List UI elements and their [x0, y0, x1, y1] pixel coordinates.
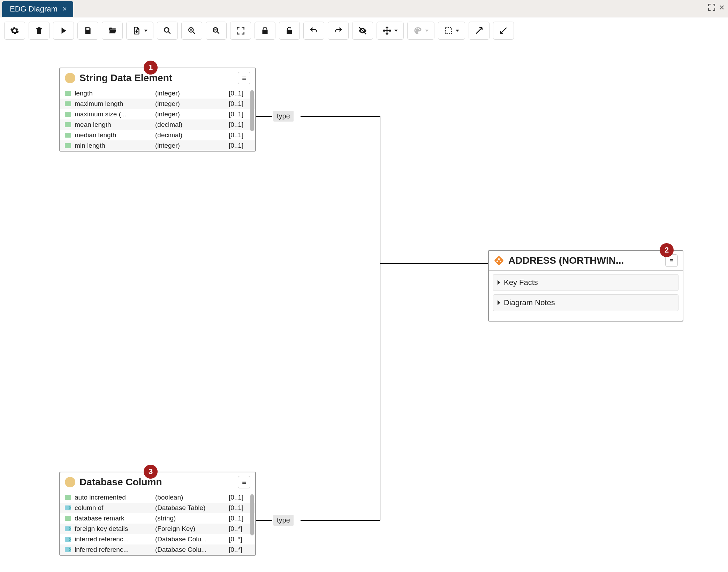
collapsible-section[interactable]: Key Facts [493, 274, 678, 291]
property-type: (integer) [155, 90, 225, 97]
property-cardinality: [0..*] [229, 525, 250, 533]
settings-button[interactable] [4, 22, 25, 40]
tab-title: EDG Diagram [10, 5, 58, 14]
tab-edg-diagram[interactable]: EDG Diagram × [2, 1, 73, 17]
property-type: (string) [155, 515, 225, 522]
property-row[interactable]: length(integer)[0..1] [60, 88, 255, 99]
property-name: database remark [75, 515, 152, 522]
property-type: (integer) [155, 142, 225, 149]
callout-3: 3 [144, 465, 158, 479]
property-row[interactable]: foreign key details(Foreign Key)[0..*] [60, 524, 255, 534]
caret-right-icon [498, 300, 500, 305]
svg-point-0 [164, 28, 169, 32]
property-cardinality: [0..1] [229, 90, 250, 97]
property-name: median length [75, 131, 152, 139]
fit-button[interactable] [230, 22, 251, 40]
property-cardinality: [0..1] [229, 110, 250, 118]
edge-label-type-2: type [273, 515, 294, 526]
node-title: String Data Element [79, 72, 234, 84]
property-name: length [75, 90, 152, 97]
node-address[interactable]: 2 ADDRESS (NORTHWIN... ≡ Key FactsDiagra… [488, 250, 683, 322]
import-button[interactable] [126, 22, 153, 40]
property-icon [65, 133, 71, 138]
caret-right-icon [498, 280, 500, 285]
zoom-in-button[interactable] [181, 22, 202, 40]
close-panel-icon[interactable]: × [719, 3, 725, 12]
node-database-column[interactable]: 3 Database Column ≡ auto incremented(boo… [59, 472, 256, 556]
node-menu-button[interactable]: ≡ [238, 476, 250, 488]
play-button[interactable] [53, 22, 74, 40]
save-button[interactable] [77, 22, 98, 40]
scrollbar[interactable] [250, 494, 254, 553]
fullscreen-icon[interactable] [707, 3, 716, 11]
node-string-data-element[interactable]: 1 String Data Element ≡ length(integer)[… [59, 68, 256, 152]
search-button[interactable] [157, 22, 178, 40]
node-menu-button[interactable]: ≡ [238, 72, 250, 84]
property-row[interactable]: inferred referenc...(Database Colu...[0.… [60, 544, 255, 555]
property-cardinality: [0..*] [229, 546, 250, 554]
property-type: (Database Table) [155, 504, 225, 512]
collapse-button[interactable] [493, 22, 514, 40]
class-icon [65, 73, 75, 83]
property-type: (decimal) [155, 131, 225, 139]
visibility-off-button[interactable] [352, 22, 373, 40]
lock-button[interactable] [255, 22, 275, 40]
property-cardinality: [0..1] [229, 494, 250, 501]
section-label: Diagram Notes [504, 298, 555, 307]
property-row[interactable]: maximum size (...(integer)[0..1] [60, 109, 255, 119]
marquee-button[interactable] [438, 22, 465, 40]
callout-1: 1 [144, 61, 158, 75]
redo-button[interactable] [328, 22, 349, 40]
property-row[interactable]: database remark(string)[0..1] [60, 513, 255, 524]
scrollbar[interactable] [250, 90, 254, 149]
node-title: Database Column [79, 477, 234, 488]
property-row[interactable]: column of(Database Table)[0..1] [60, 503, 255, 513]
property-icon [65, 112, 71, 117]
property-name: inferred referenc... [75, 535, 152, 543]
property-row[interactable]: median length(decimal)[0..1] [60, 130, 255, 140]
property-name: inferred referenc... [75, 546, 152, 554]
property-type: (boolean) [155, 494, 225, 501]
property-name: maximum size (... [75, 110, 152, 118]
property-row[interactable]: maximum length(integer)[0..1] [60, 99, 255, 109]
tab-strip: EDG Diagram × × [0, 0, 728, 17]
property-cardinality: [0..1] [229, 131, 250, 139]
property-icon [65, 505, 71, 510]
property-type: (integer) [155, 110, 225, 118]
property-row[interactable]: mean length(decimal)[0..1] [60, 119, 255, 130]
class-icon [65, 477, 75, 487]
collapsible-section[interactable]: Diagram Notes [493, 294, 678, 311]
property-cardinality: [0..*] [229, 535, 250, 543]
property-row[interactable]: auto incremented(boolean)[0..1] [60, 492, 255, 503]
delete-button[interactable] [29, 22, 50, 40]
property-name: auto incremented [75, 494, 152, 501]
undo-button[interactable] [303, 22, 324, 40]
property-icon [65, 91, 71, 96]
svg-rect-3 [445, 28, 451, 33]
property-cardinality: [0..1] [229, 504, 250, 512]
node-rows: auto incremented(boolean)[0..1]column of… [60, 492, 255, 555]
diagram-canvas[interactable]: type type 1 String Data Element ≡ length… [0, 43, 728, 572]
property-type: (Database Colu... [155, 535, 225, 543]
unlock-button[interactable] [279, 22, 300, 40]
edge-label-type-1: type [273, 111, 294, 122]
toolbar [0, 17, 728, 44]
open-button[interactable] [102, 22, 123, 40]
zoom-out-button[interactable] [206, 22, 227, 40]
property-icon [65, 516, 71, 521]
property-type: (Database Colu... [155, 546, 225, 554]
property-cardinality: [0..1] [229, 121, 250, 129]
callout-2: 2 [660, 243, 674, 257]
property-row[interactable]: min length(integer)[0..1] [60, 140, 255, 151]
close-icon[interactable]: × [62, 5, 67, 13]
palette-button[interactable] [407, 22, 434, 40]
property-row[interactable]: inferred referenc...(Database Colu...[0.… [60, 534, 255, 544]
property-icon [65, 547, 71, 552]
property-icon [65, 526, 71, 531]
property-name: foreign key details [75, 525, 152, 533]
move-button[interactable] [377, 22, 404, 40]
property-name: min length [75, 142, 152, 149]
property-type: (integer) [155, 100, 225, 108]
expand-button[interactable] [469, 22, 490, 40]
property-name: mean length [75, 121, 152, 129]
